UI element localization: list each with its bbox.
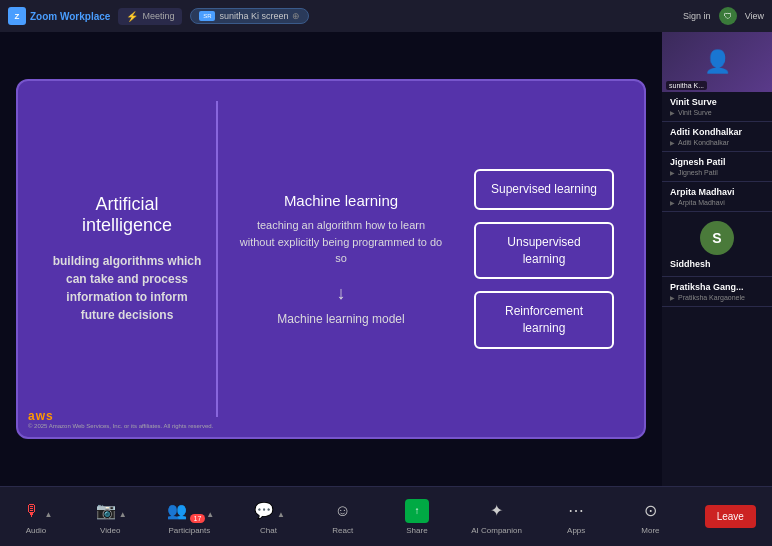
participants-arrow: ▲	[206, 510, 214, 519]
aws-logo: aws © 2025 Amazon Web Services, Inc. or …	[28, 409, 213, 429]
aws-copyright: © 2025 Amazon Web Services, Inc. or its …	[28, 423, 213, 429]
participants-button[interactable]: 👥 17 ▲ Participants	[165, 499, 215, 535]
ai-companion-label: AI Companion	[471, 526, 522, 535]
participant-subname: Vinit Surve	[670, 109, 764, 116]
participants-label: Participants	[168, 526, 210, 535]
zoom-icon: Z	[8, 7, 26, 25]
supervised-learning-box: Supervised learning	[474, 169, 614, 210]
audio-label: Audio	[26, 526, 46, 535]
participant-item-pratiksha: Pratiksha Gang... Pratiksha Kargaonele	[662, 277, 772, 307]
more-label: More	[641, 526, 659, 535]
participant-subname: Jignesh Patil	[670, 169, 764, 176]
participant-name: Jignesh Patil	[670, 157, 764, 167]
participants-badge: 17	[190, 514, 206, 523]
share-button[interactable]: ↑ Share	[397, 499, 437, 535]
participant-subname: Arpita Madhavi	[670, 199, 764, 206]
audio-arrow: ▲	[45, 510, 53, 519]
participant-item-aditi: Aditi Kondhalkar Aditi Kondhalkar	[662, 122, 772, 152]
ml-description: teaching an algorithm how to learn witho…	[238, 217, 444, 267]
ml-title: Machine learning	[284, 192, 398, 209]
mic-icon: 🎙	[20, 499, 44, 523]
sign-in-link[interactable]: Sign in	[683, 11, 711, 21]
leave-button[interactable]: Leave	[705, 505, 756, 528]
bottom-toolbar: 🎙 ▲ Audio 📷 ▲ Video 👥 17 ▲ Participants …	[0, 486, 772, 546]
ml-model-label: Machine learning model	[277, 312, 404, 326]
video-name-tag: sunitha K...	[666, 81, 707, 90]
chat-arrow: ▲	[277, 510, 285, 519]
top-bar: Z Zoom Workplace ⚡ Meeting SR sunitha Ki…	[0, 0, 772, 32]
slide-footer: aws © 2025 Amazon Web Services, Inc. or …	[28, 409, 213, 429]
audio-icon-group: 🎙 ▲	[20, 499, 53, 523]
screen-indicator: SR	[199, 11, 215, 21]
participant-item-arpita: Arpita Madhavi Arpita Madhavi	[662, 182, 772, 212]
video-icon-group: 📷 ▲	[94, 499, 127, 523]
more-icon: ⊙	[638, 499, 662, 523]
main-content: Artificial intelligence building algorit…	[0, 32, 772, 486]
ai-column: Artificial intelligence building algorit…	[38, 101, 218, 417]
video-icon: 📷	[94, 499, 118, 523]
participant-name: Vinit Surve	[670, 97, 764, 107]
view-label[interactable]: View	[745, 11, 764, 21]
video-label: Video	[100, 526, 120, 535]
screen-share-label: sunitha Ki screen	[219, 11, 288, 21]
participant-name: Arpita Madhavi	[670, 187, 764, 197]
audio-button[interactable]: 🎙 ▲ Audio	[16, 499, 56, 535]
app-name: Zoom Workplace	[30, 11, 110, 22]
types-column: Supervised learning Unsupervised learnin…	[464, 101, 624, 417]
participant-item-jignesh: Jignesh Patil Jignesh Patil	[662, 152, 772, 182]
participants-sidebar: 👤 sunitha K... Vinit Surve Vinit Surve A…	[662, 32, 772, 486]
unsupervised-learning-box: Unsupervised learning	[474, 222, 614, 280]
chat-icon: 💬	[252, 499, 276, 523]
reinforcement-learning-box: Reinforcement learning	[474, 291, 614, 349]
participants-icon: 👥	[165, 499, 189, 523]
apps-icon: ⋯	[564, 499, 588, 523]
react-label: React	[332, 526, 353, 535]
video-button[interactable]: 📷 ▲ Video	[90, 499, 130, 535]
apps-label: Apps	[567, 526, 585, 535]
participants-icon-group: 👥 17 ▲	[165, 499, 215, 523]
ai-icon: ✦	[485, 499, 509, 523]
participant-subname: Aditi Kondhalkar	[670, 139, 764, 146]
apps-button[interactable]: ⋯ Apps	[556, 499, 596, 535]
video-arrow: ▲	[119, 510, 127, 519]
arrow-down-icon: ↓	[337, 283, 346, 304]
app-logo: Z Zoom Workplace	[8, 7, 110, 25]
share-icon: ↑	[405, 499, 429, 523]
shield-button[interactable]: 🛡	[719, 7, 737, 25]
chat-label: Chat	[260, 526, 277, 535]
ml-column: Machine learning teaching an algorithm h…	[218, 101, 464, 417]
aws-logo-text: aws	[28, 409, 54, 423]
share-label: Share	[406, 526, 427, 535]
participant-name: Pratiksha Gang...	[670, 282, 764, 292]
chat-button[interactable]: 💬 ▲ Chat	[248, 499, 288, 535]
participant-video-vinit: 👤 sunitha K...	[662, 32, 772, 92]
chat-icon-group: 💬 ▲	[252, 499, 285, 523]
ai-title: Artificial intelligence	[48, 194, 206, 236]
slide-area: Artificial intelligence building algorit…	[0, 32, 662, 486]
ai-companion-button[interactable]: ✦ AI Companion	[471, 499, 522, 535]
ai-description: building algorithms which can take and p…	[48, 252, 206, 324]
react-icon: ☺	[331, 499, 355, 523]
top-bar-right: Sign in 🛡 View	[683, 7, 764, 25]
meeting-tab-label: Meeting	[142, 11, 174, 21]
participant-name: Aditi Kondhalkar	[670, 127, 764, 137]
screen-share-tab[interactable]: SR sunitha Ki screen ⊕	[190, 8, 309, 24]
more-button[interactable]: ⊙ More	[630, 499, 670, 535]
participant-subname: Pratiksha Kargaonele	[670, 294, 764, 301]
participant-item-siddhesh: S Siddhesh	[662, 212, 772, 277]
react-button[interactable]: ☺ React	[323, 499, 363, 535]
meeting-tab[interactable]: ⚡ Meeting	[118, 8, 182, 25]
participant-avatar-s: S	[700, 221, 734, 255]
presentation-slide: Artificial intelligence building algorit…	[16, 79, 646, 439]
participant-name: Siddhesh	[670, 259, 764, 269]
participant-item-vinit: Vinit Surve Vinit Surve	[662, 92, 772, 122]
